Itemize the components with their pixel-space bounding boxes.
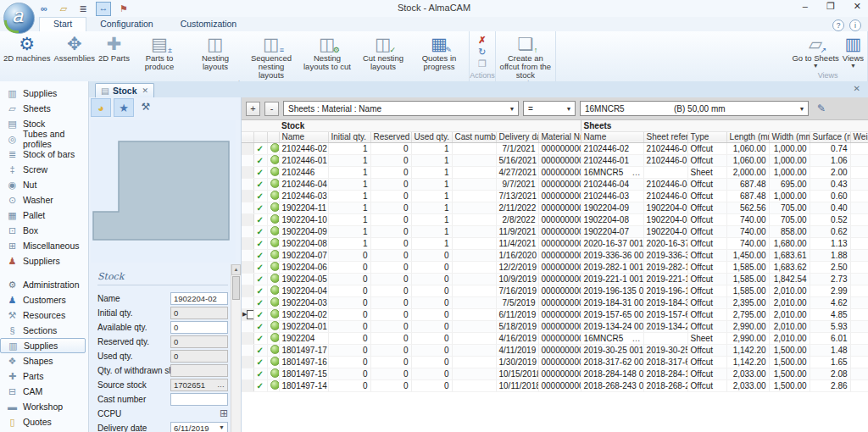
maximize-icon[interactable]: ❐ xyxy=(826,1,835,12)
flag-icon[interactable]: ⚑ xyxy=(117,3,131,15)
column-header-reserved-q-5[interactable]: Reserved q... xyxy=(370,131,411,142)
ribbon-tab-configuration[interactable]: Configuration xyxy=(86,17,166,31)
column-header-width-mm-14[interactable]: Width (mm) xyxy=(769,131,810,142)
sidebar-item-administration[interactable]: ⚙Administration xyxy=(0,277,88,292)
column-header-material-nr-9[interactable]: Material Nr xyxy=(538,131,581,142)
chevron-down-icon[interactable]: ▼ xyxy=(796,106,808,112)
sidebar-item-supplies[interactable]: ▥Supplies xyxy=(0,338,86,353)
sidebar-item-customers[interactable]: ♟Customers xyxy=(0,292,88,307)
ribbon-button-2d-parts[interactable]: ✚2D Parts xyxy=(97,33,131,63)
table-row[interactable]: ✓1801497-160001/30/2019000000000...2018-… xyxy=(242,356,868,368)
row-indicator[interactable] xyxy=(242,368,253,379)
ribbon-button-views[interactable]: ▥Views▼ xyxy=(841,33,865,69)
sidebar-item-sheets[interactable]: ▱Sheets xyxy=(0,101,88,116)
close-pane-icon[interactable]: ✕ xyxy=(854,84,860,93)
source-stock-field[interactable]: 1702651… xyxy=(170,379,228,391)
row-indicator[interactable] xyxy=(242,261,253,273)
row-indicator[interactable] xyxy=(242,142,253,154)
qty-of-withdrawn-sheets-field[interactable] xyxy=(170,364,228,377)
chevron-down-icon[interactable]: ▼ xyxy=(563,106,575,112)
cast-number-field[interactable] xyxy=(170,393,228,406)
help-icon[interactable]: ? xyxy=(832,19,844,31)
sidebar-item-cam[interactable]: ⊟CAM xyxy=(0,384,88,399)
row-indicator[interactable] xyxy=(242,332,253,344)
paste-button[interactable]: ❐ xyxy=(476,58,488,69)
ribbon-button-nesting-layouts[interactable]: ◫Nesting layouts xyxy=(187,33,243,71)
column-header-blank[interactable] xyxy=(253,131,267,142)
table-row[interactable]: ✓2102446-021017/1/2021000000000...210244… xyxy=(242,142,868,154)
ribbon-tab-start[interactable]: Start xyxy=(39,17,86,31)
filter-value-combobox[interactable]: 16MNCR5 (B) 50,00 mm ▼ xyxy=(580,101,809,116)
ribbon-button-parts-to-produce[interactable]: ▤±Parts to produce xyxy=(131,33,187,71)
column-header-type-12[interactable]: Type xyxy=(687,131,726,142)
ribbon-tab-customization[interactable]: Customization xyxy=(167,17,251,31)
ribbon-button-sequenced-nesting-layouts[interactable]: ◫≡Sequenced nesting layouts xyxy=(243,33,299,80)
row-indicator[interactable] xyxy=(242,225,253,237)
row-indicator[interactable] xyxy=(242,356,253,368)
column-header-cast-number-7[interactable]: Cast number xyxy=(452,131,496,142)
column-header-delivery-date-8[interactable]: Delivery date xyxy=(496,131,538,142)
row-indicator[interactable] xyxy=(242,320,253,332)
refresh-button[interactable]: ↻ xyxy=(476,47,487,57)
sidebar-item-supplies[interactable]: ▥Supplies xyxy=(0,86,88,101)
table-row[interactable]: ✓21024461014/27/2021000000000...16MNCR5…… xyxy=(242,166,868,178)
sidebar-item-miscellaneous[interactable]: ⊞Miscellaneous xyxy=(0,238,88,253)
reserved-qty-field[interactable]: 0 xyxy=(170,335,228,348)
sidebar-item-pallet[interactable]: ▦Pallet xyxy=(0,208,88,223)
close-icon[interactable]: ✕ xyxy=(854,1,861,12)
ribbon-button-cut-nesting-layouts[interactable]: ◫✓Cut nesting layouts xyxy=(355,33,411,71)
list-icon[interactable]: ≣ xyxy=(76,3,90,15)
row-indicator[interactable] xyxy=(242,273,253,285)
column-header-blank[interactable] xyxy=(267,131,279,142)
ribbon-button-2d-machines[interactable]: ⚙2D machines xyxy=(2,33,52,63)
sidebar-item-resources[interactable]: ⚒Resources xyxy=(0,307,88,323)
app-logo-icon[interactable]: a xyxy=(3,3,35,34)
sidebar-item-screw[interactable]: ‡Screw xyxy=(0,162,88,177)
name-field[interactable]: 1902204-02 xyxy=(170,292,228,305)
column-header-blank[interactable] xyxy=(242,131,253,142)
search-icon[interactable]: ∞ xyxy=(37,3,51,15)
offcut-shape-icon[interactable]: ◕ xyxy=(91,98,111,117)
sidebar-item-nut[interactable]: ◉Nut xyxy=(0,177,88,192)
table-row[interactable]: ✓1801497-1500010/15/2018000000000...2018… xyxy=(242,368,868,379)
table-row[interactable]: ✓19022040004/16/2019000000000...16MNCR5…… xyxy=(242,332,868,344)
sidebar-item-quotes[interactable]: ▯Quotes xyxy=(0,414,88,429)
table-row[interactable]: ✓1902204-111012/11/2022000000000...19022… xyxy=(242,202,868,213)
ellipsis-picker-icon[interactable]: … xyxy=(217,380,225,389)
table-row[interactable]: ✓1902204-0500010/9/2019000000000...2019-… xyxy=(242,273,868,285)
minimize-icon[interactable]: – xyxy=(803,1,808,12)
remove-filter-button[interactable]: - xyxy=(264,102,279,116)
edit-filter-icon[interactable]: ✎ xyxy=(817,102,826,114)
sidebar-item-sections[interactable]: §Sections xyxy=(0,323,88,338)
row-indicator[interactable] xyxy=(242,154,253,166)
tools-icon[interactable]: ⚒ xyxy=(136,98,155,115)
table-row[interactable]: ✓1902204-0910111/9/2021000000000...19022… xyxy=(242,225,868,237)
info-icon[interactable]: i xyxy=(849,19,861,31)
row-indicator[interactable] xyxy=(242,344,253,356)
table-row[interactable]: ✓2102446-011015/16/2021000000000...21024… xyxy=(242,154,868,166)
sidebar-item-shapes[interactable]: ❖Shapes xyxy=(0,353,88,368)
row-indicator[interactable] xyxy=(242,213,253,225)
layout-icon[interactable]: ↔ xyxy=(96,2,111,16)
filter-field-combobox[interactable]: Sheets : Material : Name ▼ xyxy=(283,101,519,116)
table-row[interactable]: ✓2102446-031017/13/2021000000000...21024… xyxy=(242,190,868,202)
sidebar-item-workshop[interactable]: ▬Workshop xyxy=(0,399,88,414)
column-header-used-qty-6[interactable]: Used qty. xyxy=(411,131,452,142)
table-row[interactable]: ✓1902204-040007/16/2019000000000...2019-… xyxy=(242,285,868,296)
row-indicator[interactable] xyxy=(242,249,253,261)
table-row[interactable]: ✓1902204-0600012/2/2019000000000...2019-… xyxy=(242,261,868,273)
sidebar-item-suppliers[interactable]: ♟Suppliers xyxy=(0,253,88,269)
ccpu-folder-icon[interactable]: ⊞ xyxy=(220,408,228,418)
chevron-down-icon[interactable]: ▼ xyxy=(219,424,225,432)
row-indicator[interactable] xyxy=(242,379,253,391)
available-qty-field[interactable]: 0 xyxy=(170,321,228,334)
ribbon-button-nesting-layouts-to-cut[interactable]: ◫⚙Nesting layouts to cut xyxy=(299,33,355,71)
row-indicator[interactable] xyxy=(242,296,253,308)
row-indicator[interactable] xyxy=(242,237,253,249)
table-row[interactable]: ✓1902204-070001/16/2020000000000...2019-… xyxy=(242,249,868,261)
row-indicator[interactable] xyxy=(242,202,253,213)
scrollbar-thumb[interactable] xyxy=(232,276,240,300)
form-scrollbar[interactable]: ▲ xyxy=(231,264,241,432)
column-header-length-mm-13[interactable]: Length (mm) xyxy=(726,131,769,142)
ribbon-button-quotes-in-progress[interactable]: ▦✎Quotes in progress xyxy=(411,33,467,71)
